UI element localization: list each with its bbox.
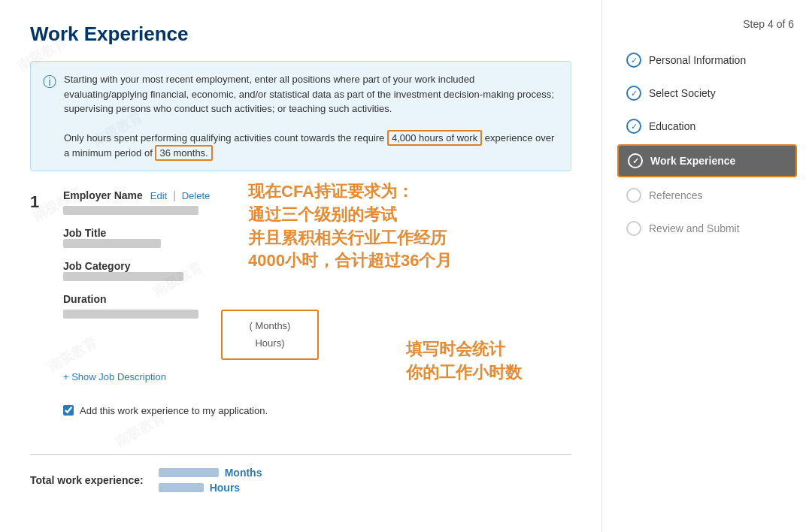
show-job-link[interactable]: + Show Job Description xyxy=(63,371,166,382)
job-category-label: Job Category xyxy=(63,260,571,272)
sidebar: Step 4 of 6 ✓Personal Information✓Select… xyxy=(601,0,812,532)
job-title-group: Job Title xyxy=(63,227,571,248)
job-category-group: Job Category xyxy=(63,260,571,281)
total-months-label: Months xyxy=(225,467,262,479)
job-title-bar xyxy=(63,239,161,248)
add-experience-checkbox[interactable] xyxy=(63,405,74,416)
sidebar-item-label-personal-information: Personal Information xyxy=(649,54,746,66)
sidebar-item-select-society[interactable]: ✓Select Society xyxy=(617,78,797,108)
check-icon-work-experience: ✓ xyxy=(628,153,643,168)
sidebar-item-references: References xyxy=(617,180,797,210)
employer-actions: Edit | Delete xyxy=(150,189,210,201)
sidebar-item-personal-information[interactable]: ✓Personal Information xyxy=(617,45,797,75)
info-box: ⓘ Starting with your most recent employm… xyxy=(30,61,571,171)
total-months-row: Months xyxy=(159,467,262,479)
step-label: Step 4 of 6 xyxy=(617,18,797,30)
sidebar-item-label-education: Education xyxy=(649,120,695,132)
checkbox-row: Add this work experience to my applicati… xyxy=(63,405,571,416)
sidebar-item-label-review-and-submit: Review and Submit xyxy=(649,222,740,234)
employer-value-bar xyxy=(63,206,198,215)
total-hours-bar xyxy=(159,483,204,492)
employer-header: Employer Name Edit | Delete xyxy=(63,189,571,201)
duration-label: Duration xyxy=(63,293,571,305)
check-icon-select-society: ✓ xyxy=(626,86,641,101)
sidebar-item-label-work-experience: Work Experience xyxy=(650,155,735,167)
entry-fields: Employer Name Edit | Delete Job Title Jo… xyxy=(63,189,571,439)
duration-row: ( Months) Hours) xyxy=(63,310,571,360)
checkbox-label: Add this work experience to my applicati… xyxy=(80,405,268,416)
employer-label: Employer Name xyxy=(63,189,143,201)
total-values: Months Hours xyxy=(159,467,262,494)
duration-bars xyxy=(63,310,198,319)
duration-group: Duration ( Months) Hours) xyxy=(63,293,571,360)
total-hours-label: Hours xyxy=(210,482,240,494)
info-text: Starting with your most recent employmen… xyxy=(64,72,559,160)
duration-highlight-box: ( Months) Hours) xyxy=(221,310,319,360)
delete-link[interactable]: Delete xyxy=(182,190,211,201)
sidebar-item-label-references: References xyxy=(649,189,703,201)
check-icon-review-and-submit xyxy=(626,221,641,236)
check-icon-education: ✓ xyxy=(626,119,641,134)
months-highlight: 36 months. xyxy=(155,145,212,161)
sidebar-item-work-experience[interactable]: ✓Work Experience xyxy=(617,144,797,177)
show-job-container: + Show Job Description xyxy=(63,370,571,394)
total-hours-row: Hours xyxy=(159,482,262,494)
sidebar-item-education[interactable]: ✓Education xyxy=(617,111,797,141)
employer-entry: 1 Employer Name Edit | Delete Job Title xyxy=(30,189,571,439)
check-icon-references xyxy=(626,188,641,203)
total-label: Total work experience: xyxy=(30,474,144,486)
job-title-label: Job Title xyxy=(63,227,571,239)
employer-name-group: Employer Name Edit | Delete xyxy=(63,189,571,215)
duration-bar-1 xyxy=(63,310,198,319)
sidebar-item-label-select-society: Select Society xyxy=(649,87,716,99)
sidebar-items-container: ✓Personal Information✓Select Society✓Edu… xyxy=(617,45,797,243)
page-title: Work Experience xyxy=(30,23,571,46)
duration-hours: Hours) xyxy=(235,334,305,352)
main-content: 南极教育 南极教育 南极教育 南极教育 南极教育 南极教育 Work Exper… xyxy=(0,0,601,532)
hours-highlight: 4,000 hours of work xyxy=(387,130,482,146)
duration-months: ( Months) xyxy=(235,317,305,334)
edit-link[interactable]: Edit xyxy=(150,190,167,201)
info-icon: ⓘ xyxy=(43,73,56,160)
entry-number: 1 xyxy=(30,192,48,439)
sidebar-item-review-and-submit: Review and Submit xyxy=(617,213,797,243)
total-months-bar xyxy=(159,468,219,477)
job-category-bar xyxy=(63,272,183,281)
total-row: Total work experience: Months Hours xyxy=(30,454,571,494)
check-icon-personal-information: ✓ xyxy=(626,53,641,68)
